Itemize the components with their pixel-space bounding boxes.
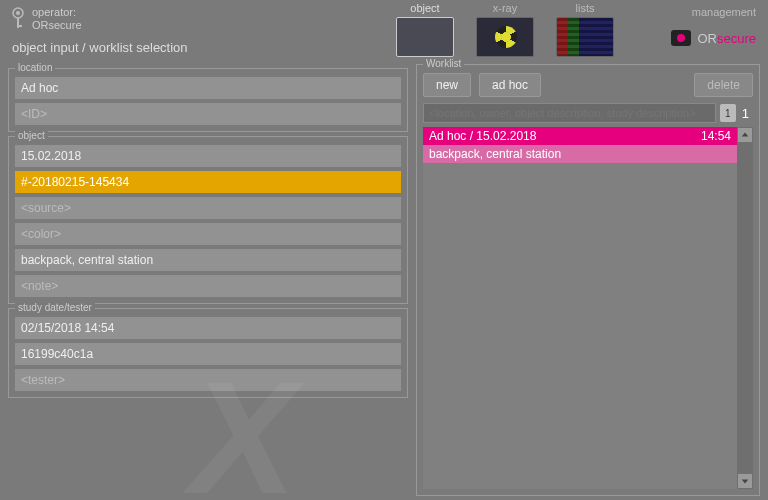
operator-label: operator: <box>32 6 82 19</box>
nav-object-thumb <box>396 17 454 57</box>
worklist-count: 1 <box>742 106 749 121</box>
worklist-row-title: Ad hoc / 15.02.2018 <box>429 129 536 143</box>
worklist-list: Ad hoc / 15.02.2018 14:54 backpack, cent… <box>423 127 737 489</box>
study-tester-field[interactable]: <tester> <box>15 369 401 391</box>
brand-or: OR <box>697 31 717 46</box>
study-datetime-field[interactable]: 02/15/2018 14:54 <box>15 317 401 339</box>
panel-object: object 15.02.2018 #-20180215-145434 <sou… <box>8 136 408 304</box>
key-icon <box>10 7 26 31</box>
worklist-row-subtitle: backpack, central station <box>423 145 737 163</box>
panel-worklist: Worklist new ad hoc delete 1 1 Ad hoc / … <box>416 64 760 496</box>
operator-value: ORsecure <box>32 19 82 32</box>
object-source-field[interactable]: <source> <box>15 197 401 219</box>
object-ref-field[interactable]: #-20180215-145434 <box>15 171 401 193</box>
scrollbar[interactable] <box>737 127 753 489</box>
object-date-field[interactable]: 15.02.2018 <box>15 145 401 167</box>
nav-lists-label: lists <box>576 2 595 14</box>
location-value[interactable]: Ad hoc <box>15 77 401 99</box>
object-description-field[interactable]: backpack, central station <box>15 249 401 271</box>
nav-lists-thumb <box>556 17 614 57</box>
delete-button[interactable]: delete <box>694 73 753 97</box>
object-color-field[interactable]: <color> <box>15 223 401 245</box>
nav-xray-label: x-ray <box>493 2 517 14</box>
nav-object-label: object <box>410 2 439 14</box>
filter-input[interactable] <box>423 103 716 123</box>
page-subtitle: object input / worklist selection <box>12 40 188 55</box>
object-note-field[interactable]: <note> <box>15 275 401 297</box>
nav-xray[interactable]: x-ray <box>474 2 536 57</box>
study-code-field[interactable]: 16199c40c1a <box>15 343 401 365</box>
panel-study-label: study date/tester <box>15 302 95 313</box>
adhoc-button[interactable]: ad hoc <box>479 73 541 97</box>
panel-location: location Ad hoc <ID> <box>8 68 408 132</box>
worklist-row[interactable]: Ad hoc / 15.02.2018 14:54 backpack, cent… <box>423 127 737 163</box>
filter-badge[interactable]: 1 <box>720 104 736 122</box>
scroll-down-icon[interactable] <box>738 474 752 488</box>
brand-secure: secure <box>717 31 756 46</box>
svg-rect-3 <box>17 25 22 27</box>
nav-lists[interactable]: lists <box>554 2 616 57</box>
panel-worklist-label: Worklist <box>423 58 464 69</box>
panel-study: study date/tester 02/15/2018 14:54 16199… <box>8 308 408 398</box>
brand-dot-icon <box>671 30 691 46</box>
nav-object[interactable]: object <box>394 2 456 57</box>
panel-location-label: location <box>15 62 55 73</box>
worklist-row-time: 14:54 <box>701 129 731 143</box>
nav-management[interactable]: management <box>692 6 756 18</box>
location-id-field[interactable]: <ID> <box>15 103 401 125</box>
panel-object-label: object <box>15 130 48 141</box>
new-button[interactable]: new <box>423 73 471 97</box>
scroll-up-icon[interactable] <box>738 128 752 142</box>
brand-badge: ORsecure <box>671 30 756 46</box>
nav-xray-thumb <box>476 17 534 57</box>
svg-point-1 <box>16 11 20 15</box>
